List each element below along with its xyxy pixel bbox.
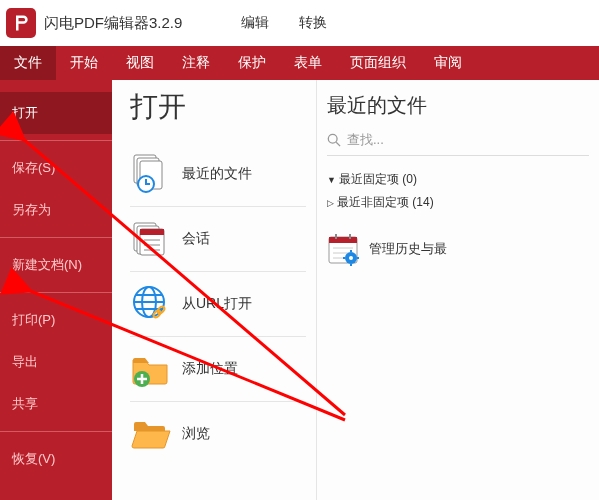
sidebar-item-recover[interactable]: 恢复(V) — [0, 438, 112, 480]
open-panel: 打开 最近的文件 — [112, 80, 599, 500]
file-sidebar: 打开 保存(S) 另存为 新建文档(N) 打印(P) 导出 共享 恢复(V) — [0, 80, 112, 500]
title-bar: 闪电PDF编辑器3.2.9 编辑 转换 — [0, 0, 599, 46]
menu-page-org[interactable]: 页面组织 — [336, 46, 420, 80]
tree-unpinned[interactable]: ▷最近非固定项 (14) — [327, 191, 589, 214]
session-icon — [130, 218, 172, 260]
triangle-down-icon: ▼ — [327, 175, 336, 185]
tab-convert[interactable]: 转换 — [293, 10, 333, 36]
svg-rect-22 — [329, 237, 357, 243]
svg-point-19 — [328, 134, 337, 143]
menu-start[interactable]: 开始 — [56, 46, 112, 80]
option-label: 浏览 — [182, 425, 210, 443]
main-area: 打开 保存(S) 另存为 新建文档(N) 打印(P) 导出 共享 恢复(V) 打… — [0, 80, 599, 500]
sidebar-item-print[interactable]: 打印(P) — [0, 299, 112, 341]
svg-rect-24 — [349, 234, 351, 239]
tab-edit[interactable]: 编辑 — [235, 10, 275, 36]
search-input[interactable]: 查找... — [327, 131, 589, 156]
option-label: 添加位置 — [182, 360, 238, 378]
sidebar-item-share[interactable]: 共享 — [0, 383, 112, 425]
menu-review[interactable]: 审阅 — [420, 46, 476, 80]
svg-point-29 — [349, 256, 353, 260]
separator — [130, 206, 306, 207]
separator — [130, 401, 306, 402]
sidebar-item-export[interactable]: 导出 — [0, 341, 112, 383]
separator — [0, 140, 112, 141]
menu-protect[interactable]: 保护 — [224, 46, 280, 80]
separator — [130, 271, 306, 272]
recent-files-column: 最近的文件 查找... ▼最近固定项 (0) ▷最近非固定项 (14) 管理历史… — [317, 80, 599, 500]
manage-history[interactable]: 管理历史与最 — [327, 232, 589, 266]
menu-file[interactable]: 文件 — [0, 46, 56, 80]
menu-view[interactable]: 视图 — [112, 46, 168, 80]
separator — [130, 336, 306, 337]
calendar-gear-icon — [327, 232, 361, 266]
option-session[interactable]: 会话 — [130, 209, 306, 269]
option-recent-files[interactable]: 最近的文件 — [130, 144, 306, 204]
svg-line-20 — [336, 142, 340, 146]
option-label: 会话 — [182, 230, 210, 248]
svg-rect-7 — [140, 229, 164, 235]
sidebar-item-save[interactable]: 保存(S) — [0, 147, 112, 189]
tree-pinned[interactable]: ▼最近固定项 (0) — [327, 168, 589, 191]
menu-forms[interactable]: 表单 — [280, 46, 336, 80]
app-title: 闪电PDF编辑器3.2.9 — [44, 14, 182, 33]
menu-bar: 文件 开始 视图 注释 保护 表单 页面组织 审阅 — [0, 46, 599, 80]
separator — [0, 292, 112, 293]
separator — [0, 237, 112, 238]
option-label: 从URL打开 — [182, 295, 252, 313]
recent-files-icon — [130, 153, 172, 195]
folder-open-icon — [130, 413, 172, 455]
edit-mode-tabs: 编辑 转换 — [235, 10, 593, 36]
option-from-url[interactable]: 从URL打开 — [130, 274, 306, 334]
globe-icon — [130, 283, 172, 325]
triangle-right-icon: ▷ — [327, 198, 334, 208]
svg-rect-23 — [335, 234, 337, 239]
sidebar-item-new-doc[interactable]: 新建文档(N) — [0, 244, 112, 286]
recent-heading: 最近的文件 — [327, 92, 589, 119]
folder-add-icon — [130, 348, 172, 390]
menu-annotate[interactable]: 注释 — [168, 46, 224, 80]
option-label: 最近的文件 — [182, 165, 252, 183]
search-placeholder: 查找... — [347, 131, 384, 149]
separator — [0, 431, 112, 432]
app-logo-icon — [6, 8, 36, 38]
search-icon — [327, 133, 341, 147]
panel-heading: 打开 — [130, 88, 306, 126]
sidebar-item-save-as[interactable]: 另存为 — [0, 189, 112, 231]
option-add-location[interactable]: 添加位置 — [130, 339, 306, 399]
manage-label: 管理历史与最 — [369, 240, 447, 258]
open-options-column: 打开 最近的文件 — [112, 80, 317, 500]
option-browse[interactable]: 浏览 — [130, 404, 306, 464]
sidebar-item-open[interactable]: 打开 — [0, 92, 112, 134]
